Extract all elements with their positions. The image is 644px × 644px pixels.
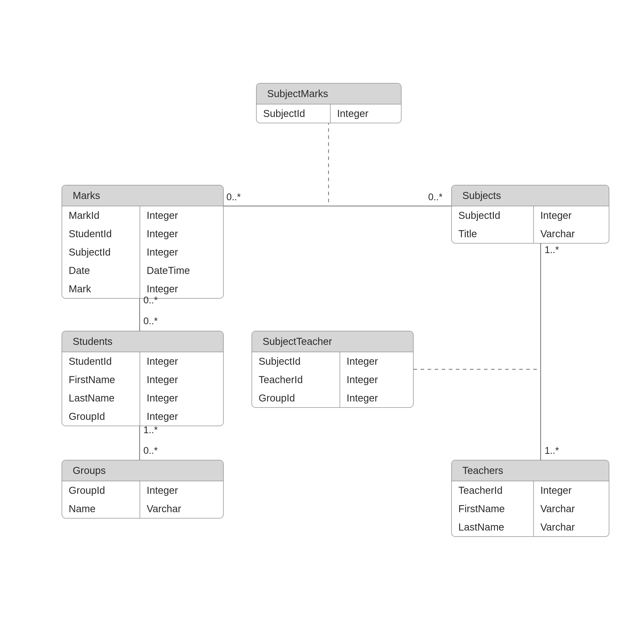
entity-title: Groups xyxy=(62,460,223,481)
entity-row: MarkId Integer xyxy=(62,206,223,225)
field-type: Integer xyxy=(331,104,401,123)
entity-groups: Groups GroupId Integer Name Varchar xyxy=(62,460,224,518)
field-name: LastName xyxy=(62,389,140,407)
entity-teachers: Teachers TeacherId Integer FirstName Var… xyxy=(451,460,609,537)
entity-row: TeacherId Integer xyxy=(452,481,609,500)
entity-students: Students StudentId Integer FirstName Int… xyxy=(62,331,224,426)
entity-row: Name Varchar xyxy=(62,500,223,518)
entity-row: LastName Varchar xyxy=(452,518,609,536)
entity-title: Marks xyxy=(62,185,223,206)
field-name: GroupId xyxy=(62,481,140,500)
multiplicity-label: 1..* xyxy=(545,445,559,456)
entity-row: SubjectId Integer xyxy=(252,352,413,371)
field-name: Title xyxy=(452,225,534,243)
entity-subjects: Subjects SubjectId Integer Title Varchar xyxy=(451,185,609,244)
entity-row: SubjectId Integer xyxy=(62,243,223,261)
field-name: SubjectId xyxy=(452,206,534,225)
multiplicity-label: 0..* xyxy=(143,316,158,327)
entity-row: GroupId Integer xyxy=(252,389,413,407)
entity-row: Date DateTime xyxy=(62,261,223,280)
entity-subjectmarks: SubjectMarks SubjectId Integer xyxy=(256,83,401,123)
entity-title: Students xyxy=(62,331,223,352)
multiplicity-label: 1..* xyxy=(545,245,559,255)
entity-row: LastName Integer xyxy=(62,389,223,407)
multiplicity-label: 0..* xyxy=(428,192,442,203)
field-name: SubjectId xyxy=(252,352,340,371)
entity-marks: Marks MarkId Integer StudentId Integer S… xyxy=(62,185,224,299)
entity-row: GroupId Integer xyxy=(62,407,223,426)
er-diagram-canvas: SubjectMarks SubjectId Integer Marks Mar… xyxy=(0,0,644,644)
field-type: Integer xyxy=(340,389,413,407)
field-type: Integer xyxy=(140,389,223,407)
field-type: Integer xyxy=(140,206,223,225)
entity-title: SubjectMarks xyxy=(257,84,401,104)
field-name: StudentId xyxy=(62,352,140,371)
field-name: FirstName xyxy=(62,371,140,389)
field-name: TeacherId xyxy=(452,481,534,500)
field-name: LastName xyxy=(452,518,534,536)
field-name: TeacherId xyxy=(252,371,340,389)
field-name: GroupId xyxy=(62,407,140,426)
field-name: StudentId xyxy=(62,225,140,243)
field-type: Varchar xyxy=(140,500,223,518)
field-type: Integer xyxy=(340,371,413,389)
field-type: Integer xyxy=(140,481,223,500)
field-name: MarkId xyxy=(62,206,140,225)
field-type: Integer xyxy=(534,481,609,500)
field-type: Integer xyxy=(140,407,223,426)
field-type: DateTime xyxy=(140,261,223,280)
entity-row: StudentId Integer xyxy=(62,225,223,243)
field-type: Varchar xyxy=(534,518,609,536)
field-type: Integer xyxy=(140,371,223,389)
field-type: Integer xyxy=(140,352,223,371)
entity-title: SubjectTeacher xyxy=(252,331,413,352)
multiplicity-label: 1..* xyxy=(143,425,158,435)
entity-row: FirstName Integer xyxy=(62,371,223,389)
field-name: GroupId xyxy=(252,389,340,407)
entity-row: TeacherId Integer xyxy=(252,371,413,389)
field-name: FirstName xyxy=(452,500,534,518)
multiplicity-label: 0..* xyxy=(143,445,158,456)
field-type: Varchar xyxy=(534,500,609,518)
entity-row: FirstName Varchar xyxy=(452,500,609,518)
multiplicity-label: 0..* xyxy=(143,295,158,306)
entity-subjectteacher: SubjectTeacher SubjectId Integer Teacher… xyxy=(252,331,414,408)
field-name: SubjectId xyxy=(257,104,331,123)
multiplicity-label: 0..* xyxy=(226,192,241,203)
entity-row: GroupId Integer xyxy=(62,481,223,500)
entity-row: StudentId Integer xyxy=(62,352,223,371)
entity-row: SubjectId Integer xyxy=(452,206,609,225)
entity-row: Title Varchar xyxy=(452,225,609,243)
field-name: Date xyxy=(62,261,140,280)
field-name: Mark xyxy=(62,280,140,298)
field-type: Varchar xyxy=(534,225,609,243)
field-type: Integer xyxy=(340,352,413,371)
field-type: Integer xyxy=(140,243,223,261)
field-name: Name xyxy=(62,500,140,518)
field-type: Integer xyxy=(534,206,609,225)
entity-title: Teachers xyxy=(452,460,609,481)
field-name: SubjectId xyxy=(62,243,140,261)
field-type: Integer xyxy=(140,225,223,243)
entity-row: SubjectId Integer xyxy=(257,104,401,123)
entity-title: Subjects xyxy=(452,185,609,206)
entity-row: Mark Integer xyxy=(62,280,223,298)
